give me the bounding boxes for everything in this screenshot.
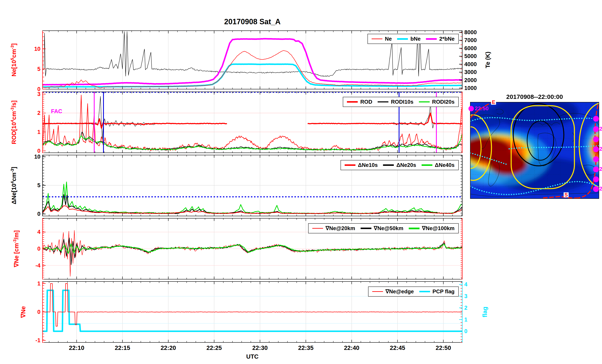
series-ΔNe20s	[43, 195, 462, 214]
ytick-dne: 10	[34, 154, 41, 160]
track-dot	[593, 166, 599, 172]
ytick-gradne: 4	[37, 229, 41, 235]
legend-label: ∇Ne@50km	[374, 225, 403, 232]
legend-line-sample	[409, 228, 419, 229]
ylabel-rod: ROD[104cm-3/s]	[10, 100, 17, 144]
legend-entry: Ne	[372, 36, 392, 42]
y2tick-ne_te: 3000	[464, 69, 477, 75]
track-dot	[593, 146, 599, 152]
legend-dne: ΔNe10sΔNe20sΔNe40s	[341, 160, 459, 170]
legend-ne_te: NebNe2*bNe	[367, 34, 459, 44]
y2tick-ne_te: 1000	[464, 85, 477, 91]
fac-annotation: FAC	[51, 108, 62, 115]
legend-label: ΔNe20s	[396, 162, 416, 168]
map-image	[450, 96, 602, 199]
legend-entry: bNe	[397, 36, 420, 42]
legend-entry: ΔNe20s	[383, 162, 416, 168]
legend-entry: RODI10s	[378, 99, 413, 105]
legend-line-sample	[383, 164, 394, 166]
track-time-label-partial: 22	[599, 185, 602, 192]
legend-rod: RODRODI10sRODI20s	[343, 97, 459, 107]
ytick-dne: 5	[37, 182, 41, 189]
legend-label: ∇Ne@100km	[422, 225, 455, 232]
figure-title: 20170908 Sat_A	[43, 17, 462, 26]
track-time-label-partial: 2	[599, 146, 602, 152]
y2tick-edge_pcp: 1	[464, 316, 467, 323]
legend-entry: ΔNe10s	[345, 162, 378, 168]
xtick: 22:25	[206, 344, 222, 351]
map-south-label: S	[564, 192, 569, 197]
ytick-rod: 0	[37, 148, 41, 154]
legend-gradne: ∇Ne@20km∇Ne@50km∇Ne@100km	[308, 223, 459, 233]
y2label-edge_pcp: flag	[482, 307, 488, 317]
y2tick-edge_pcp: 3	[464, 293, 467, 299]
legend-line-sample	[361, 228, 371, 229]
legend-line-sample	[378, 101, 388, 102]
y2tick-edge_pcp: 4	[464, 281, 467, 288]
legend-label: Ne	[385, 36, 392, 42]
legend-line-sample	[419, 291, 430, 292]
x-axis-label: UTC	[227, 353, 277, 360]
track-start-time-label: 22:50	[475, 105, 489, 112]
ytick-rod: 2	[37, 110, 41, 116]
ytick-gradne: -4	[35, 262, 41, 269]
plot-canvas	[0, 0, 602, 364]
xtick: 22:20	[161, 344, 176, 351]
legend-line-sample	[422, 164, 432, 166]
track-time-label-partial: 2	[599, 126, 602, 132]
legend-entry: 2*bNe	[426, 36, 455, 42]
y2tick-ne_te: 8000	[464, 29, 477, 35]
chart-svg	[0, 0, 602, 364]
track-dot	[593, 116, 599, 122]
legend-line-sample	[345, 164, 355, 166]
legend-label: ∇Ne@edge	[386, 288, 414, 295]
ylabel-edge_pcp: ∇Ne	[20, 306, 27, 318]
y2tick-edge_pcp: 2	[464, 305, 467, 311]
figure-page: 20170908 Sat_A 20170908--22:00:00 FAC UT…	[0, 0, 602, 364]
ytick-edge_pcp: 1	[37, 280, 41, 287]
xtick: 22:35	[298, 344, 313, 351]
y2tick-ne_te: 2000	[464, 77, 477, 83]
track-dot	[593, 156, 599, 162]
legend-label: ROD	[360, 99, 372, 105]
series-∇Ne@100km	[43, 244, 462, 253]
ytick-edge_pcp: -1	[35, 337, 41, 344]
track-dot	[593, 186, 599, 192]
legend-entry: ∇Ne@20km	[312, 225, 355, 232]
legend-line-sample	[419, 101, 430, 102]
ytick-rod: 3	[37, 91, 41, 97]
xtick: 22:15	[115, 344, 130, 351]
legend-label: PCP flag	[433, 288, 455, 295]
xtick: 22:50	[436, 344, 451, 351]
y2tick-ne_te: 5000	[464, 53, 477, 60]
legend-line-sample	[372, 39, 382, 39]
y2tick-edge_pcp: 0	[464, 328, 467, 335]
track-dot	[468, 106, 474, 111]
legend-edge_pcp: ∇Ne@edgePCP flag	[368, 287, 459, 297]
y2tick-ne_te: 4000	[464, 61, 477, 67]
ytick-edge_pcp: 0	[37, 309, 41, 315]
legend-entry: PCP flag	[419, 288, 455, 295]
xtick: 22:45	[390, 344, 405, 351]
legend-entry: ΔNe40s	[422, 162, 455, 168]
legend-entry: ∇Ne@edge	[372, 288, 414, 295]
legend-entry: RODI20s	[419, 99, 455, 105]
legend-label: ∇Ne@20km	[326, 225, 355, 232]
legend-line-sample	[372, 291, 383, 292]
series-ΔNe40s	[43, 182, 462, 214]
map-east-label: E	[491, 100, 496, 105]
ylabel-ne_te: Ne[105cm-3]	[10, 43, 17, 76]
xtick: 22:10	[69, 344, 84, 351]
legend-line-sample	[347, 101, 358, 103]
legend-label: ΔNe10s	[358, 162, 378, 168]
legend-line-sample	[397, 38, 408, 40]
track-time-label-partial: 2	[599, 166, 602, 172]
y2label-ne_te: Te (K)	[484, 52, 491, 68]
ytick-ne_te: 5	[37, 66, 41, 72]
legend-entry: ∇Ne@50km	[361, 225, 403, 232]
track-dot	[593, 176, 599, 182]
ylabel-dne: ΔNe[104cm-3]	[10, 167, 17, 204]
y2tick-ne_te: 6000	[464, 45, 477, 51]
ytick-ne_te: 10	[34, 46, 41, 52]
ytick-gradne: 0	[37, 246, 41, 252]
